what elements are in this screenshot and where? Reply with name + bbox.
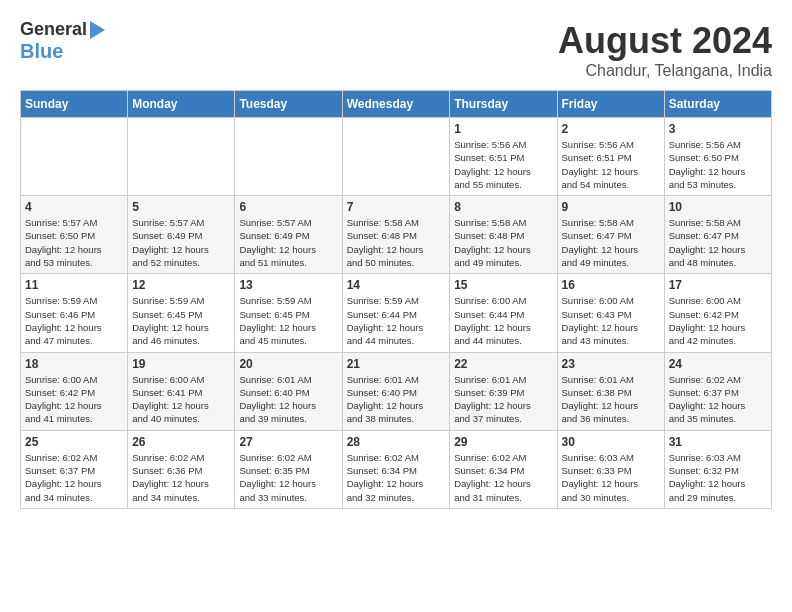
calendar-cell: 8Sunrise: 5:58 AMSunset: 6:48 PMDaylight…	[450, 196, 557, 274]
calendar-cell	[128, 118, 235, 196]
calendar-cell: 5Sunrise: 5:57 AMSunset: 6:49 PMDaylight…	[128, 196, 235, 274]
day-number: 10	[669, 200, 767, 214]
day-number: 21	[347, 357, 446, 371]
calendar-cell: 1Sunrise: 5:56 AMSunset: 6:51 PMDaylight…	[450, 118, 557, 196]
calendar-week-row: 18Sunrise: 6:00 AMSunset: 6:42 PMDayligh…	[21, 352, 772, 430]
calendar-cell: 23Sunrise: 6:01 AMSunset: 6:38 PMDayligh…	[557, 352, 664, 430]
day-info: Sunrise: 6:00 AMSunset: 6:41 PMDaylight:…	[132, 373, 230, 426]
day-info: Sunrise: 6:00 AMSunset: 6:44 PMDaylight:…	[454, 294, 552, 347]
calendar-cell: 14Sunrise: 5:59 AMSunset: 6:44 PMDayligh…	[342, 274, 450, 352]
day-info: Sunrise: 6:03 AMSunset: 6:32 PMDaylight:…	[669, 451, 767, 504]
day-info: Sunrise: 6:02 AMSunset: 6:36 PMDaylight:…	[132, 451, 230, 504]
logo-blue-text: Blue	[20, 40, 63, 62]
day-info: Sunrise: 5:56 AMSunset: 6:51 PMDaylight:…	[562, 138, 660, 191]
calendar-day-header: Wednesday	[342, 91, 450, 118]
calendar-cell: 4Sunrise: 5:57 AMSunset: 6:50 PMDaylight…	[21, 196, 128, 274]
day-number: 22	[454, 357, 552, 371]
day-info: Sunrise: 6:02 AMSunset: 6:37 PMDaylight:…	[25, 451, 123, 504]
calendar-day-header: Monday	[128, 91, 235, 118]
calendar-day-header: Thursday	[450, 91, 557, 118]
logo: General Blue	[20, 20, 105, 62]
day-number: 13	[239, 278, 337, 292]
calendar-week-row: 11Sunrise: 5:59 AMSunset: 6:46 PMDayligh…	[21, 274, 772, 352]
day-number: 3	[669, 122, 767, 136]
day-number: 6	[239, 200, 337, 214]
calendar-cell: 11Sunrise: 5:59 AMSunset: 6:46 PMDayligh…	[21, 274, 128, 352]
day-number: 18	[25, 357, 123, 371]
day-info: Sunrise: 5:57 AMSunset: 6:49 PMDaylight:…	[239, 216, 337, 269]
calendar-week-row: 1Sunrise: 5:56 AMSunset: 6:51 PMDaylight…	[21, 118, 772, 196]
day-info: Sunrise: 5:59 AMSunset: 6:44 PMDaylight:…	[347, 294, 446, 347]
calendar-header-row: SundayMondayTuesdayWednesdayThursdayFrid…	[21, 91, 772, 118]
calendar-cell: 27Sunrise: 6:02 AMSunset: 6:35 PMDayligh…	[235, 430, 342, 508]
calendar-cell: 15Sunrise: 6:00 AMSunset: 6:44 PMDayligh…	[450, 274, 557, 352]
day-info: Sunrise: 6:01 AMSunset: 6:40 PMDaylight:…	[239, 373, 337, 426]
day-number: 20	[239, 357, 337, 371]
day-info: Sunrise: 5:56 AMSunset: 6:51 PMDaylight:…	[454, 138, 552, 191]
calendar-cell	[342, 118, 450, 196]
calendar-cell: 16Sunrise: 6:00 AMSunset: 6:43 PMDayligh…	[557, 274, 664, 352]
page-title: August 2024	[558, 20, 772, 62]
day-number: 29	[454, 435, 552, 449]
calendar-cell: 25Sunrise: 6:02 AMSunset: 6:37 PMDayligh…	[21, 430, 128, 508]
day-number: 15	[454, 278, 552, 292]
day-info: Sunrise: 6:00 AMSunset: 6:43 PMDaylight:…	[562, 294, 660, 347]
day-number: 12	[132, 278, 230, 292]
calendar-cell: 29Sunrise: 6:02 AMSunset: 6:34 PMDayligh…	[450, 430, 557, 508]
calendar-cell: 7Sunrise: 5:58 AMSunset: 6:48 PMDaylight…	[342, 196, 450, 274]
day-number: 25	[25, 435, 123, 449]
calendar-cell	[235, 118, 342, 196]
day-number: 23	[562, 357, 660, 371]
calendar-cell: 31Sunrise: 6:03 AMSunset: 6:32 PMDayligh…	[664, 430, 771, 508]
day-info: Sunrise: 6:01 AMSunset: 6:40 PMDaylight:…	[347, 373, 446, 426]
day-info: Sunrise: 5:57 AMSunset: 6:49 PMDaylight:…	[132, 216, 230, 269]
day-info: Sunrise: 5:59 AMSunset: 6:45 PMDaylight:…	[132, 294, 230, 347]
calendar-cell: 20Sunrise: 6:01 AMSunset: 6:40 PMDayligh…	[235, 352, 342, 430]
day-number: 27	[239, 435, 337, 449]
day-number: 9	[562, 200, 660, 214]
day-number: 16	[562, 278, 660, 292]
day-number: 1	[454, 122, 552, 136]
calendar-cell: 6Sunrise: 5:57 AMSunset: 6:49 PMDaylight…	[235, 196, 342, 274]
day-info: Sunrise: 5:58 AMSunset: 6:47 PMDaylight:…	[562, 216, 660, 269]
calendar-table: SundayMondayTuesdayWednesdayThursdayFrid…	[20, 90, 772, 509]
calendar-cell: 28Sunrise: 6:02 AMSunset: 6:34 PMDayligh…	[342, 430, 450, 508]
day-info: Sunrise: 6:01 AMSunset: 6:39 PMDaylight:…	[454, 373, 552, 426]
calendar-week-row: 25Sunrise: 6:02 AMSunset: 6:37 PMDayligh…	[21, 430, 772, 508]
day-info: Sunrise: 6:01 AMSunset: 6:38 PMDaylight:…	[562, 373, 660, 426]
page-header: General Blue August 2024 Chandur, Telang…	[20, 20, 772, 80]
calendar-cell: 17Sunrise: 6:00 AMSunset: 6:42 PMDayligh…	[664, 274, 771, 352]
day-number: 4	[25, 200, 123, 214]
day-info: Sunrise: 5:58 AMSunset: 6:48 PMDaylight:…	[347, 216, 446, 269]
day-number: 5	[132, 200, 230, 214]
calendar-cell: 9Sunrise: 5:58 AMSunset: 6:47 PMDaylight…	[557, 196, 664, 274]
calendar-week-row: 4Sunrise: 5:57 AMSunset: 6:50 PMDaylight…	[21, 196, 772, 274]
day-number: 17	[669, 278, 767, 292]
day-number: 26	[132, 435, 230, 449]
day-info: Sunrise: 5:57 AMSunset: 6:50 PMDaylight:…	[25, 216, 123, 269]
day-number: 24	[669, 357, 767, 371]
day-number: 19	[132, 357, 230, 371]
day-info: Sunrise: 5:56 AMSunset: 6:50 PMDaylight:…	[669, 138, 767, 191]
day-info: Sunrise: 5:58 AMSunset: 6:48 PMDaylight:…	[454, 216, 552, 269]
day-number: 8	[454, 200, 552, 214]
day-info: Sunrise: 5:59 AMSunset: 6:46 PMDaylight:…	[25, 294, 123, 347]
calendar-cell: 12Sunrise: 5:59 AMSunset: 6:45 PMDayligh…	[128, 274, 235, 352]
calendar-cell: 19Sunrise: 6:00 AMSunset: 6:41 PMDayligh…	[128, 352, 235, 430]
calendar-day-header: Friday	[557, 91, 664, 118]
calendar-cell: 24Sunrise: 6:02 AMSunset: 6:37 PMDayligh…	[664, 352, 771, 430]
day-number: 30	[562, 435, 660, 449]
day-info: Sunrise: 6:02 AMSunset: 6:37 PMDaylight:…	[669, 373, 767, 426]
calendar-cell	[21, 118, 128, 196]
day-number: 31	[669, 435, 767, 449]
day-info: Sunrise: 6:02 AMSunset: 6:34 PMDaylight:…	[454, 451, 552, 504]
calendar-cell: 3Sunrise: 5:56 AMSunset: 6:50 PMDaylight…	[664, 118, 771, 196]
calendar-day-header: Sunday	[21, 91, 128, 118]
calendar-cell: 2Sunrise: 5:56 AMSunset: 6:51 PMDaylight…	[557, 118, 664, 196]
calendar-cell: 21Sunrise: 6:01 AMSunset: 6:40 PMDayligh…	[342, 352, 450, 430]
calendar-cell: 22Sunrise: 6:01 AMSunset: 6:39 PMDayligh…	[450, 352, 557, 430]
day-info: Sunrise: 6:02 AMSunset: 6:34 PMDaylight:…	[347, 451, 446, 504]
title-area: August 2024 Chandur, Telangana, India	[558, 20, 772, 80]
day-number: 28	[347, 435, 446, 449]
calendar-day-header: Saturday	[664, 91, 771, 118]
